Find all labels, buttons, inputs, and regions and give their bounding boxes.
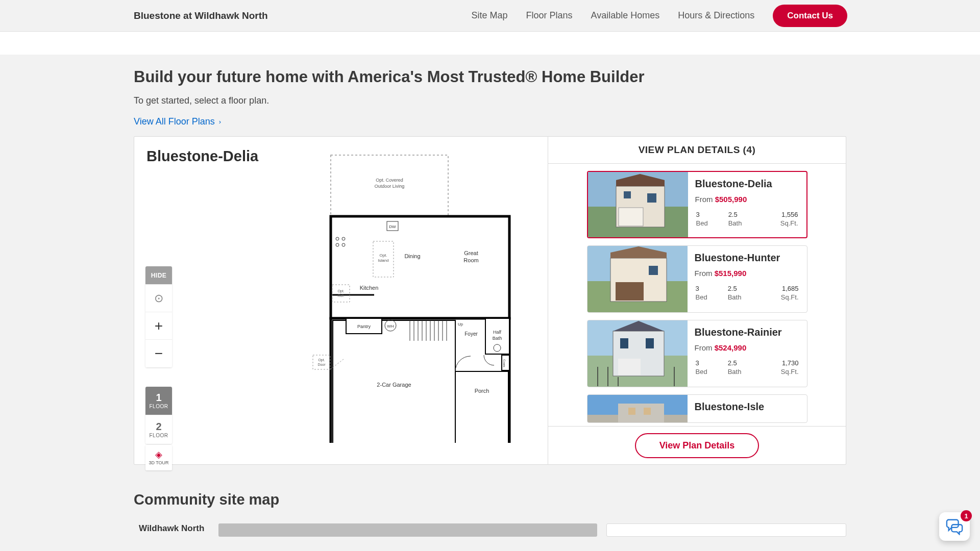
svg-text:Room: Room: [463, 257, 478, 263]
recenter-button[interactable]: ⊙: [145, 285, 172, 312]
view-all-floor-plans-link[interactable]: View All Floor Plans ›: [134, 116, 221, 127]
plan-info: Bluestone-Isle: [688, 395, 807, 422]
zoom-out-button[interactable]: −: [145, 340, 172, 367]
plan-stats: 3Bed 2.5Bath 1,730Sq.Ft.: [695, 359, 800, 377]
svg-text:Opt.: Opt.: [318, 358, 325, 362]
cube-icon: ◈: [155, 450, 162, 459]
plan-list[interactable]: Bluestone-Delia From $505,990 3Bed 2.5Ba…: [548, 164, 846, 426]
site-map-section: Community site map Wildhawk North: [0, 465, 980, 537]
svg-text:Island: Island: [378, 258, 388, 263]
plan-price: From $505,990: [695, 195, 799, 204]
minus-icon: −: [155, 345, 163, 362]
nav-floor-plans[interactable]: Floor Plans: [526, 10, 572, 21]
viewer-controls: HIDE ⊙ + −: [145, 266, 172, 367]
site-map-heading: Community site map: [134, 491, 846, 508]
plus-icon: +: [155, 318, 163, 334]
floor-selector: 1 FLOOR 2 FLOOR: [145, 387, 172, 444]
plan-thumb: [587, 320, 688, 387]
svg-rect-71: [628, 408, 635, 415]
nav-available-homes[interactable]: Available Homes: [591, 10, 659, 21]
svg-rect-2: [331, 216, 509, 318]
plan-name: Bluestone-Hunter: [695, 252, 800, 264]
svg-rect-54: [616, 282, 644, 300]
svg-rect-41: [313, 355, 330, 369]
svg-text:Great: Great: [464, 250, 478, 256]
room-label-foyer: Foyer: [464, 331, 478, 337]
site-map-tab[interactable]: Wildhawk North: [134, 523, 209, 537]
svg-text:Outdoor Living: Outdoor Living: [375, 184, 405, 189]
plan-name: Bluestone-Isle: [695, 401, 800, 413]
svg-text:Ref.: Ref.: [338, 294, 345, 297]
svg-rect-50: [624, 191, 631, 198]
floorplan-card: Bluestone-Delia HIDE ⊙ + − 1 FLOOR: [134, 136, 846, 465]
3d-tour-button[interactable]: ◈ 3D TOUR: [145, 445, 172, 470]
svg-text:Coats: Coats: [503, 359, 506, 367]
room-label-pantry: Pantry: [357, 324, 371, 329]
room-label-porch: Porch: [475, 388, 489, 394]
crosshair-icon: ⊙: [154, 292, 163, 305]
divider-band: [0, 32, 980, 55]
svg-rect-56: [649, 266, 658, 275]
floor-2-number: 2: [156, 421, 161, 432]
section-subheading: To get started, select a floor plan.: [134, 95, 846, 106]
nav-hours-directions[interactable]: Hours & Directions: [678, 10, 754, 21]
svg-text:Up: Up: [458, 322, 463, 327]
zoom-in-button[interactable]: +: [145, 312, 172, 340]
svg-text:Opt.: Opt.: [379, 253, 387, 258]
site-map-bar: [218, 523, 597, 537]
plan-info: Bluestone-Delia From $505,990 3Bed 2.5Ba…: [688, 172, 806, 237]
floor-1-button[interactable]: 1 FLOOR: [145, 387, 172, 415]
tour-control: ◈ 3D TOUR: [145, 445, 172, 470]
room-label-outdoor: Opt. Covered: [376, 178, 403, 183]
floorplan-viewer: Bluestone-Delia HIDE ⊙ + − 1 FLOOR: [134, 137, 548, 464]
3d-tour-label: 3D TOUR: [149, 460, 168, 465]
floor-2-label: FLOOR: [150, 433, 168, 438]
plan-card-hunter[interactable]: Bluestone-Hunter From $515,990 3Bed 2.5B…: [587, 245, 807, 313]
chat-badge-count: 1: [961, 510, 972, 521]
plan-card-delia[interactable]: Bluestone-Delia From $505,990 3Bed 2.5Ba…: [587, 171, 807, 238]
plan-thumb: [587, 395, 688, 422]
room-label-dining: Dining: [404, 253, 420, 259]
svg-rect-20: [455, 371, 508, 443]
floorplan-drawing[interactable]: Opt. Covered Outdoor Living Dining Great…: [257, 152, 522, 443]
room-label-kitchen: Kitchen: [360, 285, 379, 291]
plan-card-rainier[interactable]: Bluestone-Rainier From $524,990 3Bed 2.5…: [587, 320, 807, 387]
plan-list-footer: View Plan Details: [548, 426, 846, 464]
svg-rect-72: [644, 408, 651, 415]
contact-us-button[interactable]: Contact Us: [773, 5, 847, 27]
svg-rect-70: [618, 404, 664, 422]
svg-text:Opt.: Opt.: [337, 289, 344, 293]
site-map-panel: [606, 523, 846, 537]
plan-list-header: VIEW PLAN DETAILS (4): [548, 137, 846, 164]
plan-stats: 3Bed 2.5Bath 1,685Sq.Ft.: [695, 285, 800, 302]
section-heading: Build your future home with America's Mo…: [134, 68, 846, 86]
room-label-garage: 2-Car Garage: [377, 382, 411, 388]
nav-site-map[interactable]: Site Map: [471, 10, 507, 21]
svg-rect-47: [619, 208, 643, 226]
plan-info: Bluestone-Rainier From $524,990 3Bed 2.5…: [688, 320, 807, 387]
svg-text:Door: Door: [317, 363, 326, 366]
svg-text:Bath: Bath: [493, 336, 502, 341]
svg-rect-62: [620, 338, 628, 348]
svg-rect-63: [646, 338, 654, 348]
plan-thumb: [588, 172, 688, 237]
plan-card-isle[interactable]: Bluestone-Isle: [587, 394, 807, 423]
plan-name: Bluestone-Rainier: [695, 327, 800, 338]
plan-thumb: [587, 246, 688, 312]
floor-1-number: 1: [156, 392, 161, 403]
floor-2-button[interactable]: 2 FLOOR: [145, 415, 172, 444]
plan-info: Bluestone-Hunter From $515,990 3Bed 2.5B…: [688, 246, 807, 312]
intro-section: Build your future home with America's Mo…: [0, 55, 980, 132]
top-nav: Site Map Floor Plans Available Homes Hou…: [471, 5, 847, 27]
hide-button[interactable]: HIDE: [145, 266, 172, 285]
site-map-controls: Wildhawk North: [134, 523, 846, 537]
floor-1-label: FLOOR: [150, 404, 168, 409]
svg-text:DW: DW: [389, 224, 396, 229]
chat-button[interactable]: 1: [939, 512, 970, 541]
plan-stats: 3Bed 2.5Bath 1,556Sq.Ft.: [695, 211, 799, 228]
view-all-label: View All Floor Plans: [134, 116, 215, 127]
svg-rect-61: [618, 359, 641, 375]
plan-list-panel: VIEW PLAN DETAILS (4): [548, 137, 846, 464]
header: Bluestone at Wildhawk North Site Map Flo…: [0, 0, 980, 32]
view-plan-details-button[interactable]: View Plan Details: [635, 433, 760, 458]
